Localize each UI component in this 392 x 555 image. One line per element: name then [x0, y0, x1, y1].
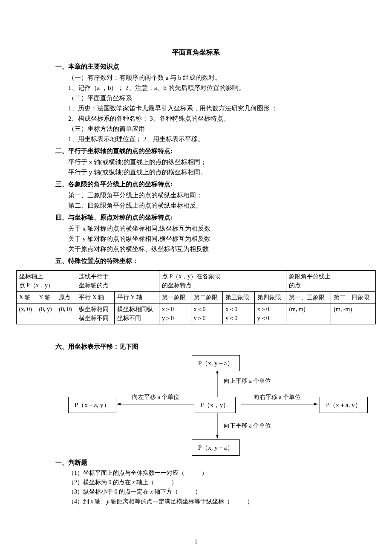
table-row: (x, 0) (0, y) (0, 0) 纵坐标相同 横坐标不同 横坐标相同纵 … — [16, 303, 376, 324]
s1-p4-u3: 几何图形 — [244, 105, 270, 112]
s4-p2: 关于 y 轴对称的点的纵坐标相同,横坐标互为相反数 — [68, 234, 358, 244]
judge-q1: （1）坐标平面上的点与全体实数一一对应（） — [68, 468, 358, 478]
s4-p1: 关于 x 轴对称的点的横坐标相同,纵坐标互为相反数 — [68, 223, 358, 234]
td-q4-l2: y＜0 — [257, 315, 269, 321]
td-pary-l1: 横坐标相同纵 — [117, 306, 153, 312]
q1-text: （1）坐标平面上的点与全体实数一一对应（ — [68, 470, 184, 476]
section-6-heading: 六、用坐标表示平移：见下图 — [55, 341, 358, 352]
td-xaxis: X 轴 — [16, 291, 36, 303]
td-q1-val: x＞0 y＞0 — [159, 303, 191, 324]
td-0y: (0, y) — [36, 303, 56, 324]
td-q3-l2: y＜0 — [225, 315, 237, 321]
section-3-heading: 三、各象限的角平分线上的点的坐标特点: — [55, 179, 358, 189]
box-center: P（x，y） — [194, 397, 236, 413]
doc-title: 平面直角坐标系 — [9, 47, 383, 58]
th-quadrant: 点 P（x，y）在各象限 的坐标特点 — [159, 270, 286, 291]
td-q3-l1: x＜0 — [225, 306, 237, 312]
s1-p2: 1、记作（a ，b）； 2、注意：a、b 的先后顺序对位置的影响。 — [68, 83, 358, 93]
th-bisector: 象限角平分线上 的点 — [286, 270, 376, 291]
table-row: 坐标轴上 点 P（x，y） 连线平行于 坐标轴的点 点 P（x，y）在各象限 的… — [16, 270, 376, 291]
td-parx-l2: 横坐标不同 — [79, 315, 109, 321]
td-origin: 原点 — [56, 291, 76, 303]
s1-p4-u2: 代数方法 — [206, 105, 231, 112]
td-b13: 第一、三象限 — [286, 291, 331, 303]
s4-p3: 关于原点对称的点的横坐标、纵坐标都互为相反数 — [68, 244, 358, 254]
td-q3: 第三象限 — [223, 291, 255, 303]
q4-text3: 轴距离相等的点一定满足横坐标等于纵坐标（ — [109, 498, 230, 505]
s1-p4-mid: 最早引入坐标系，用 — [148, 105, 206, 112]
s1-p4-u1: 笛卡儿 — [129, 105, 148, 112]
s1-p6: （三）坐标方法的简单应用 — [68, 124, 358, 134]
s1-p5: 2、构成坐标系的各种名称； 3、各种特殊点的坐标特点。 — [68, 113, 358, 124]
q1-close: ） — [202, 470, 208, 476]
box-right: P（x＋a, y） — [320, 397, 368, 413]
q4-close: ） — [247, 498, 253, 505]
th-bisector-l2: 的点 — [289, 282, 301, 289]
s3-p2: 第二、四象限角平分线上的点的横纵坐标相反。 — [68, 200, 358, 211]
s1-p7: 1、用坐标表示地理位置； 2、用坐标表示平移。 — [68, 134, 358, 144]
s3-p1: 第一、三象限角平分线上的点的横纵坐标相同； — [68, 190, 358, 200]
q3-text: （3）纵坐标小于 0 的点一定在 — [68, 489, 150, 495]
td-yaxis: Y 轴 — [36, 291, 56, 303]
th-parallel: 连线平行于 坐标轴的点 — [76, 270, 159, 291]
judge-q3: （3）纵坐标小于 0 的点一定在 x 轴下方（） — [68, 487, 358, 497]
td-q2-val: x＜0 y＞0 — [191, 303, 223, 324]
td-q1-l1: x＞0 — [162, 306, 174, 312]
page-number: 1 — [0, 537, 392, 546]
section-4-heading: 四、与坐标轴、原点对称的点的坐标特点: — [55, 212, 358, 223]
th-axis-l1: 坐标轴上 — [19, 273, 43, 280]
th-quadrant-l2: 的坐标特点 — [162, 282, 192, 289]
judge-heading: 一、判断题 — [55, 457, 358, 468]
td-parx-l1: 纵坐标相同 — [79, 306, 109, 312]
td-q4: 第四象限 — [254, 291, 286, 303]
s1-p4-end: ； — [270, 105, 278, 112]
s1-p1: （一）有序数对：有顺序的两个数 a 与 b 组成的数对。 — [68, 72, 358, 83]
td-00: (0, 0) — [56, 303, 76, 324]
td-b24: 第二、四象限 — [331, 291, 376, 303]
th-quadrant-l1: 点 P（x，y）在各象限 — [162, 273, 220, 280]
th-bisector-l1: 象限角平分线上 — [289, 273, 331, 280]
judge-q2: （2）横坐标为 0 的点在 x 轴上（） — [68, 478, 358, 487]
th-axis-l2: 点 P（x，y） — [19, 282, 54, 289]
td-q4-l1: x＞0 — [257, 306, 269, 312]
td-b13-val: (m, m) — [286, 303, 331, 324]
q4-text: （4）到 — [68, 498, 91, 505]
td-parx-val: 纵坐标相同 横坐标不同 — [76, 303, 115, 324]
label-down: 向下平移 a 个单位 — [224, 421, 271, 431]
td-pary: 平行 Y 轴 — [114, 291, 159, 303]
label-right: 向右平移 a 个单位 — [254, 393, 301, 402]
td-q1-l2: y＞0 — [162, 315, 174, 321]
label-up: 向上平移 a 个单位 — [224, 376, 271, 386]
td-q2-l2: y＞0 — [194, 315, 206, 321]
q3-close: ） — [195, 489, 201, 495]
td-b24-val: (m, -m) — [331, 303, 376, 324]
td-parx: 平行 X 轴 — [76, 291, 115, 303]
s2-p2: 平行于 y 轴(或纵轴)的直线上的点的横坐标相同。 — [68, 167, 358, 177]
s1-p4-pre: 1、历史：法国数学家 — [68, 105, 129, 112]
s1-p4: 1、历史：法国数学家笛卡儿最早引入坐标系，用代数方法研究几何图形 ； — [68, 103, 358, 113]
td-x0: (x, 0) — [16, 303, 36, 324]
judge-q4: （4）到 x 轴、y 轴距离相等的点一定满足横坐标等于纵坐标（） — [68, 497, 358, 506]
box-bottom: P（x, y－a） — [192, 439, 240, 456]
section-5-heading: 五、特殊位置点的特殊坐标： — [55, 256, 358, 266]
q3-text2: 轴下方（ — [153, 489, 179, 495]
q2-close: ） — [171, 479, 177, 486]
th-parallel-l2: 坐标轴的点 — [79, 282, 109, 289]
td-q1: 第一象限 — [159, 291, 191, 303]
q2-text: （2）横坐标为 0 的点在 — [68, 479, 133, 486]
box-left: P（x－a, y） — [68, 397, 116, 413]
q4-text2: 轴、 — [93, 498, 107, 505]
td-pary-l2: 坐标不同 — [117, 315, 141, 321]
table-row: X 轴 Y 轴 原点 平行 X 轴 平行 Y 轴 第一象限 第二象限 第三象限 … — [16, 291, 376, 303]
q2-text2: 轴上（ — [135, 479, 155, 486]
section-2-heading: 二、平行于坐标轴的直线的点的坐标特点: — [55, 146, 358, 156]
td-q4-val: x＞0 y＜0 — [254, 303, 286, 324]
label-left: 向左平移 a 个单位 — [132, 393, 179, 402]
coordinate-table: 坐标轴上 点 P（x，y） 连线平行于 坐标轴的点 点 P（x，y）在各象限 的… — [16, 270, 376, 324]
box-top: P（x, y＋a） — [192, 355, 240, 371]
s2-p1: 平行于 x 轴(或横轴)的直线上的点的纵坐标相同； — [68, 157, 358, 167]
s1-p3: （二）平面直角坐标系 — [68, 93, 358, 103]
td-pary-val: 横坐标相同纵 坐标不同 — [114, 303, 159, 324]
s1-p4-mid2: 研究 — [231, 105, 244, 112]
th-parallel-l1: 连线平行于 — [79, 273, 109, 280]
